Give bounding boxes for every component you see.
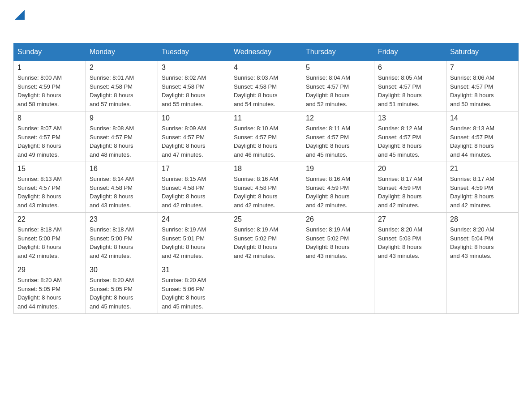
- weekday-header-friday: Friday: [374, 43, 446, 61]
- weekday-header-sunday: Sunday: [14, 43, 86, 61]
- day-info: Sunrise: 8:20 AMSunset: 5:06 PMDaylight:…: [162, 276, 226, 311]
- day-number: 10: [162, 114, 226, 122]
- calendar-day-cell: 2 Sunrise: 8:01 AMSunset: 4:58 PMDayligh…: [86, 61, 158, 111]
- day-info: Sunrise: 8:11 AMSunset: 4:57 PMDaylight:…: [306, 124, 370, 159]
- day-info: Sunrise: 8:01 AMSunset: 4:58 PMDaylight:…: [90, 73, 154, 108]
- day-info: Sunrise: 8:20 AMSunset: 5:03 PMDaylight:…: [378, 225, 442, 260]
- day-number: 12: [306, 114, 370, 122]
- day-number: 7: [450, 64, 515, 72]
- day-info: Sunrise: 8:20 AMSunset: 5:04 PMDaylight:…: [450, 225, 515, 260]
- calendar-day-cell: 3 Sunrise: 8:02 AMSunset: 4:58 PMDayligh…: [158, 61, 230, 111]
- calendar-day-cell: [230, 263, 302, 314]
- calendar-day-cell: 14 Sunrise: 8:13 AMSunset: 4:57 PMDaylig…: [446, 111, 519, 162]
- day-number: 6: [378, 64, 442, 72]
- calendar-day-cell: 30 Sunrise: 8:20 AMSunset: 5:05 PMDaylig…: [86, 263, 158, 314]
- weekday-header-wednesday: Wednesday: [230, 43, 302, 61]
- day-number: 1: [17, 64, 82, 72]
- weekday-header-thursday: Thursday: [302, 43, 374, 61]
- day-info: Sunrise: 8:04 AMSunset: 4:57 PMDaylight:…: [306, 73, 370, 108]
- day-info: Sunrise: 8:16 AMSunset: 4:58 PMDaylight:…: [234, 175, 298, 210]
- day-info: Sunrise: 8:19 AMSunset: 5:01 PMDaylight:…: [162, 225, 226, 260]
- day-info: Sunrise: 8:06 AMSunset: 4:57 PMDaylight:…: [450, 73, 515, 108]
- calendar-day-cell: 23 Sunrise: 8:18 AMSunset: 5:00 PMDaylig…: [86, 213, 158, 263]
- day-number: 23: [90, 215, 154, 223]
- day-info: Sunrise: 8:10 AMSunset: 4:57 PMDaylight:…: [234, 124, 298, 159]
- calendar-day-cell: 15 Sunrise: 8:13 AMSunset: 4:57 PMDaylig…: [14, 162, 86, 213]
- day-number: 8: [17, 114, 82, 122]
- calendar-day-cell: 28 Sunrise: 8:20 AMSunset: 5:04 PMDaylig…: [446, 213, 519, 263]
- weekday-header-row: SundayMondayTuesdayWednesdayThursdayFrid…: [14, 43, 519, 61]
- calendar-day-cell: 31 Sunrise: 8:20 AMSunset: 5:06 PMDaylig…: [158, 263, 230, 314]
- calendar-day-cell: 8 Sunrise: 8:07 AMSunset: 4:57 PMDayligh…: [14, 111, 86, 162]
- day-number: 21: [450, 165, 515, 173]
- day-info: Sunrise: 8:13 AMSunset: 4:57 PMDaylight:…: [450, 124, 515, 159]
- day-info: Sunrise: 8:16 AMSunset: 4:59 PMDaylight:…: [306, 175, 370, 210]
- day-info: Sunrise: 8:12 AMSunset: 4:57 PMDaylight:…: [378, 124, 442, 159]
- svg-marker-0: [15, 10, 25, 20]
- calendar-day-cell: 17 Sunrise: 8:15 AMSunset: 4:58 PMDaylig…: [158, 162, 230, 213]
- day-info: Sunrise: 8:20 AMSunset: 5:05 PMDaylight:…: [17, 276, 82, 311]
- calendar-day-cell: [374, 263, 446, 314]
- day-number: 3: [162, 64, 226, 72]
- day-number: 20: [378, 165, 442, 173]
- calendar-day-cell: 12 Sunrise: 8:11 AMSunset: 4:57 PMDaylig…: [302, 111, 374, 162]
- day-number: 11: [234, 114, 298, 122]
- day-number: 25: [234, 215, 298, 223]
- day-info: Sunrise: 8:05 AMSunset: 4:57 PMDaylight:…: [378, 73, 442, 108]
- calendar-day-cell: 4 Sunrise: 8:03 AMSunset: 4:58 PMDayligh…: [230, 61, 302, 111]
- calendar-week-row: 15 Sunrise: 8:13 AMSunset: 4:57 PMDaylig…: [14, 162, 519, 213]
- day-info: Sunrise: 8:09 AMSunset: 4:57 PMDaylight:…: [162, 124, 226, 159]
- calendar-table: SundayMondayTuesdayWednesdayThursdayFrid…: [13, 43, 519, 314]
- calendar-day-cell: 10 Sunrise: 8:09 AMSunset: 4:57 PMDaylig…: [158, 111, 230, 162]
- weekday-header-saturday: Saturday: [446, 43, 519, 61]
- calendar-day-cell: 20 Sunrise: 8:17 AMSunset: 4:59 PMDaylig…: [374, 162, 446, 213]
- day-info: Sunrise: 8:17 AMSunset: 4:59 PMDaylight:…: [450, 175, 515, 210]
- calendar-day-cell: 6 Sunrise: 8:05 AMSunset: 4:57 PMDayligh…: [374, 61, 446, 111]
- calendar-day-cell: 27 Sunrise: 8:20 AMSunset: 5:03 PMDaylig…: [374, 213, 446, 263]
- day-number: 27: [378, 215, 442, 223]
- calendar-day-cell: 9 Sunrise: 8:08 AMSunset: 4:57 PMDayligh…: [86, 111, 158, 162]
- day-number: 26: [306, 215, 370, 223]
- calendar-day-cell: 29 Sunrise: 8:20 AMSunset: 5:05 PMDaylig…: [14, 263, 86, 314]
- calendar-day-cell: [446, 263, 519, 314]
- day-info: Sunrise: 8:13 AMSunset: 4:57 PMDaylight:…: [17, 175, 82, 210]
- calendar-week-row: 8 Sunrise: 8:07 AMSunset: 4:57 PMDayligh…: [14, 111, 519, 162]
- day-number: 22: [17, 215, 82, 223]
- calendar-day-cell: 22 Sunrise: 8:18 AMSunset: 5:00 PMDaylig…: [14, 213, 86, 263]
- day-number: 9: [90, 114, 154, 122]
- day-number: 16: [90, 165, 154, 173]
- calendar-day-cell: 13 Sunrise: 8:12 AMSunset: 4:57 PMDaylig…: [374, 111, 446, 162]
- day-number: 24: [162, 215, 226, 223]
- weekday-header-tuesday: Tuesday: [158, 43, 230, 61]
- calendar-day-cell: 25 Sunrise: 8:19 AMSunset: 5:02 PMDaylig…: [230, 213, 302, 263]
- day-number: 30: [90, 266, 154, 274]
- day-info: Sunrise: 8:02 AMSunset: 4:58 PMDaylight:…: [162, 73, 226, 108]
- day-number: 18: [234, 165, 298, 173]
- day-number: 19: [306, 165, 370, 173]
- calendar-day-cell: 18 Sunrise: 8:16 AMSunset: 4:58 PMDaylig…: [230, 162, 302, 213]
- calendar-week-row: 22 Sunrise: 8:18 AMSunset: 5:00 PMDaylig…: [14, 213, 519, 263]
- page-header: [13, 9, 519, 34]
- day-info: Sunrise: 8:20 AMSunset: 5:05 PMDaylight:…: [90, 276, 154, 311]
- calendar-day-cell: 19 Sunrise: 8:16 AMSunset: 4:59 PMDaylig…: [302, 162, 374, 213]
- logo-triangle-icon: [15, 10, 25, 20]
- calendar-day-cell: 11 Sunrise: 8:10 AMSunset: 4:57 PMDaylig…: [230, 111, 302, 162]
- day-info: Sunrise: 8:19 AMSunset: 5:02 PMDaylight:…: [306, 225, 370, 260]
- day-number: 29: [17, 266, 82, 274]
- calendar-day-cell: 1 Sunrise: 8:00 AMSunset: 4:59 PMDayligh…: [14, 61, 86, 111]
- calendar-week-row: 29 Sunrise: 8:20 AMSunset: 5:05 PMDaylig…: [14, 263, 519, 314]
- day-info: Sunrise: 8:00 AMSunset: 4:59 PMDaylight:…: [17, 73, 82, 108]
- calendar-day-cell: 26 Sunrise: 8:19 AMSunset: 5:02 PMDaylig…: [302, 213, 374, 263]
- day-number: 5: [306, 64, 370, 72]
- calendar-day-cell: 5 Sunrise: 8:04 AMSunset: 4:57 PMDayligh…: [302, 61, 374, 111]
- day-number: 14: [450, 114, 515, 122]
- calendar-day-cell: [302, 263, 374, 314]
- weekday-header-monday: Monday: [86, 43, 158, 61]
- day-number: 31: [162, 266, 226, 274]
- day-number: 2: [90, 64, 154, 72]
- day-info: Sunrise: 8:18 AMSunset: 5:00 PMDaylight:…: [17, 225, 82, 260]
- day-info: Sunrise: 8:15 AMSunset: 4:58 PMDaylight:…: [162, 175, 226, 210]
- day-info: Sunrise: 8:08 AMSunset: 4:57 PMDaylight:…: [90, 124, 154, 159]
- day-number: 15: [17, 165, 82, 173]
- day-number: 4: [234, 64, 298, 72]
